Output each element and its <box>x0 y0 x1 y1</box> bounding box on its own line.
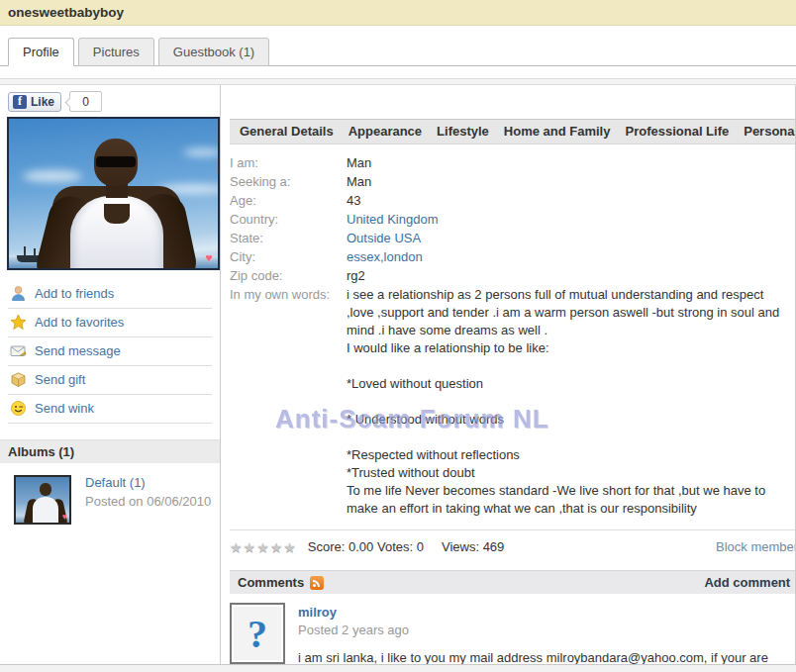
detail-row-i-am: I am: Man <box>230 154 796 172</box>
cloud-shape <box>183 148 220 156</box>
profile-page: onesweetbabyboy Profile Pictures Guestbo… <box>0 0 796 672</box>
country-link[interactable]: United Kingdom <box>347 211 439 229</box>
person-icon <box>10 285 27 302</box>
star-icon <box>10 314 27 331</box>
add-to-favorites-item[interactable]: Add to favorites <box>8 309 212 337</box>
tab-professional-life[interactable]: Professional Life <box>625 124 729 139</box>
album-posted-date: Posted on 06/06/2010 <box>85 494 211 509</box>
profile-photo[interactable]: ♥ <box>7 117 220 270</box>
rss-icon[interactable] <box>310 576 324 590</box>
views-value: 469 <box>483 539 505 554</box>
rating-row: ★ ★ ★ ★ ★ Score: 0.00 Votes: 0 Views: 46… <box>230 529 796 562</box>
detail-row-own-words: In my own words: i see a relationship as… <box>230 286 796 518</box>
facebook-like-button[interactable]: f Like <box>8 92 61 112</box>
send-wink-link[interactable]: Send wink <box>35 401 94 416</box>
question-mark-glyph: ? <box>248 611 267 657</box>
sunglasses-shape <box>96 156 136 167</box>
send-gift-item[interactable]: Send gift <box>8 366 212 395</box>
profile-details-panel: General Details Appearance Lifestyle Hom… <box>221 85 796 664</box>
state-link[interactable]: Outside USA <box>347 230 421 247</box>
page-title: onesweetbabyboy <box>8 5 124 20</box>
comment-posted-date: Posted 2 years ago <box>298 623 793 637</box>
send-message-link[interactable]: Send message <box>35 343 121 358</box>
username-bar: onesweetbabyboy <box>0 0 796 26</box>
album-thumbnail[interactable]: ♥ <box>14 475 71 525</box>
album-item: ♥ Default (1) Posted on 06/06/2010 <box>14 475 212 525</box>
star-icon[interactable]: ★ <box>230 540 243 554</box>
rating-stars[interactable]: ★ ★ ★ ★ ★ <box>230 540 296 554</box>
add-to-friends-link[interactable]: Add to friends <box>35 286 114 301</box>
content-area: f Like 0 ♥ <box>0 85 796 664</box>
cloud-shape <box>23 170 82 182</box>
tab-pictures[interactable]: Pictures <box>78 38 154 66</box>
profile-section-tabs: General Details Appearance Lifestyle Hom… <box>230 119 796 144</box>
like-count-bubble: 0 <box>69 91 102 112</box>
score-text: Score: 0.00 Votes: 0 <box>308 539 424 554</box>
comments-header-bar: Comments Add comment <box>230 570 796 594</box>
tab-guestbook[interactable]: Guestbook (1) <box>158 38 269 66</box>
block-member-link[interactable]: Block member <box>716 539 796 554</box>
page-tabs: Profile Pictures Guestbook (1) <box>0 38 796 66</box>
city-link[interactable]: essex,london <box>347 248 423 266</box>
add-comment-link[interactable]: Add comment <box>704 575 790 590</box>
detail-row-city: City: essex,london <box>230 248 796 266</box>
add-to-favorites-link[interactable]: Add to favorites <box>35 315 124 330</box>
detail-row-state: State: Outside USA <box>230 230 796 247</box>
star-icon[interactable]: ★ <box>283 540 296 554</box>
commenter-name-link[interactable]: milroy <box>298 605 793 620</box>
add-to-friends-item[interactable]: Add to friends <box>8 280 212 309</box>
profile-actions: Add to friends Add to favorites Send mes… <box>8 280 212 424</box>
detail-row-age: Age: 43 <box>230 192 796 210</box>
star-icon[interactable]: ★ <box>270 540 283 554</box>
detail-row-country: Country: United Kingdom <box>230 211 796 229</box>
tab-general-details[interactable]: General Details <box>240 124 334 139</box>
tab-appearance[interactable]: Appearance <box>348 124 422 139</box>
detail-row-zip: Zip code: rg2 <box>230 267 796 285</box>
gift-icon <box>10 371 27 388</box>
envelope-icon <box>10 342 27 359</box>
like-button-label: Like <box>31 95 54 109</box>
score-value: 0.00 <box>348 539 373 554</box>
heart-icon: ♥ <box>62 513 67 522</box>
album-title-link[interactable]: Default (1) <box>85 475 211 490</box>
left-sidebar: f Like 0 ♥ <box>0 85 221 664</box>
comment-item: ? milroy Posted 2 years ago i am sri lan… <box>230 603 796 664</box>
heart-icon: ♥ <box>205 251 213 264</box>
panel-top-edge <box>0 78 796 85</box>
star-icon[interactable]: ★ <box>244 540 256 554</box>
tab-profile[interactable]: Profile <box>8 38 74 66</box>
footer-strip <box>0 664 796 672</box>
albums-header: Albums (1) <box>0 439 220 463</box>
general-details-list: I am: Man Seeking a: Man Age: 43 Country… <box>230 154 796 518</box>
facebook-like-widget: f Like 0 <box>8 91 220 112</box>
tab-lifestyle[interactable]: Lifestyle <box>437 124 489 139</box>
facebook-icon: f <box>13 95 27 109</box>
send-message-item[interactable]: Send message <box>8 337 212 366</box>
own-words-text: i see a relationship as 2 persons full o… <box>347 286 784 518</box>
votes-value: 0 <box>417 539 424 554</box>
tab-personal[interactable]: Personal <box>744 124 796 139</box>
comments-heading: Comments <box>238 575 304 590</box>
star-icon[interactable]: ★ <box>256 540 269 554</box>
tab-home-and-family[interactable]: Home and Family <box>504 124 611 139</box>
send-gift-link[interactable]: Send gift <box>35 372 85 387</box>
comment-text: i am sri lanka, i like to you my mail ad… <box>298 649 793 664</box>
wink-icon <box>10 400 27 417</box>
detail-row-seeking: Seeking a: Man <box>230 173 796 191</box>
send-wink-item[interactable]: Send wink <box>8 395 212 424</box>
views-text: Views: 469 <box>442 539 504 554</box>
commenter-avatar[interactable]: ? <box>230 603 285 664</box>
